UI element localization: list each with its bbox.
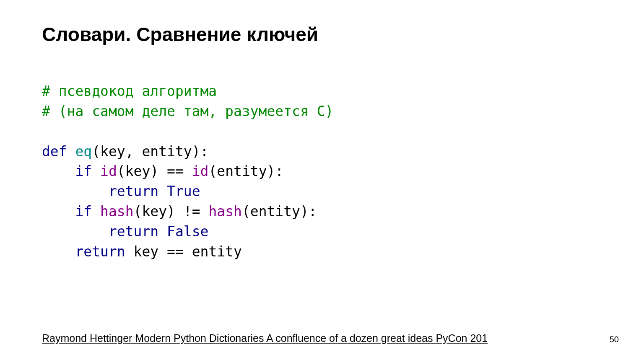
code-line2-mid: (key) == — [117, 163, 192, 179]
code-sig: (key, entity): — [92, 143, 208, 160]
code-comment-1: # псевдокод алгоритма — [42, 83, 217, 99]
code-kw-def: def — [42, 143, 67, 160]
slide-container: Словари. Сравнение ключей # псевдокод ал… — [0, 0, 644, 362]
code-const-false: False — [167, 223, 208, 240]
code-kw-if-1: if — [75, 163, 92, 179]
code-kw-return-1: return — [109, 183, 158, 199]
slide-title: Словари. Сравнение ключей — [42, 23, 602, 46]
code-builtin-id-2: id — [192, 163, 209, 179]
code-builtin-hash-1: hash — [100, 203, 133, 220]
footer-reference-link[interactable]: Raymond Hettinger Modern Python Dictiona… — [42, 332, 488, 344]
code-line2-end: (entity): — [208, 163, 283, 179]
code-kw-return-2: return — [109, 223, 158, 240]
code-funcname: eq — [75, 143, 92, 160]
code-comment-2: # (на самом деле там, разумеется С) — [42, 103, 333, 119]
code-builtin-id-1: id — [100, 163, 117, 179]
code-line4-end: (entity): — [242, 203, 317, 220]
code-line6-rest: key == entity — [125, 243, 242, 260]
code-line4-mid: (key) != — [134, 203, 209, 220]
code-block: # псевдокод алгоритма # (на самом деле т… — [42, 81, 602, 262]
page-number: 50 — [610, 335, 619, 344]
code-kw-if-2: if — [75, 203, 92, 220]
code-const-true: True — [167, 183, 200, 199]
code-builtin-hash-2: hash — [208, 203, 242, 220]
code-kw-return-3: return — [75, 243, 125, 260]
